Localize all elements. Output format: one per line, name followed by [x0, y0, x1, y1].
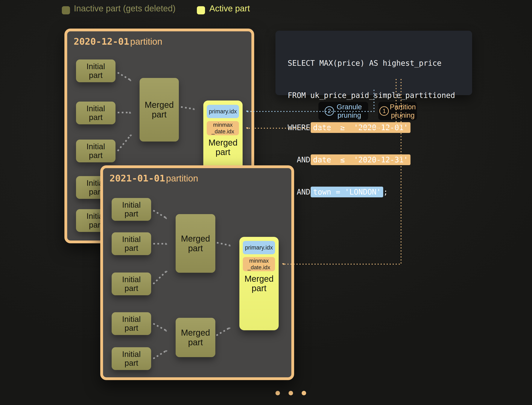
initial-part: Initial part — [112, 347, 151, 370]
callout-line: pruning — [337, 111, 361, 119]
sql-line-select: SELECT MAX(price) AS highest_price — [288, 58, 466, 68]
partition-word: partition — [130, 36, 162, 47]
initial-part: Initial part — [76, 60, 115, 82]
sql-code-block: SELECT MAX(price) AS highest_price FROM … — [276, 31, 472, 95]
partition-date: 2020-12-01 — [74, 36, 129, 47]
partition-date: 2021-01-01 — [109, 173, 165, 184]
callout-granule-label: Granulepruning — [337, 103, 362, 119]
carousel-dot[interactable] — [276, 391, 280, 395]
initial-part: Initial part — [76, 101, 115, 124]
primary-idx-chip: primary.idx — [243, 241, 275, 254]
sql-keyword-and: AND — [288, 188, 310, 196]
callout-partition-label: Partitionpruning — [390, 103, 416, 119]
minmax-date-idx-chip: minmax_date.idx — [243, 257, 275, 271]
merged-part: Merged part — [140, 78, 179, 142]
highlight-date-from: date ≥ '2020-12-01' — [311, 122, 411, 133]
partition-title: 2020-12-01 partition — [74, 36, 162, 47]
initial-part: Initial part — [112, 232, 151, 255]
callout-line: pruning — [391, 111, 415, 119]
partition-word: partition — [166, 173, 198, 183]
highlight-date-to: date ≤ '2020-12-31' — [311, 154, 411, 165]
legend-active-label: Active part — [209, 4, 250, 13]
callout-line: Granule — [337, 103, 362, 111]
sql-terminator: ; — [383, 188, 388, 196]
initial-part: Initial part — [112, 272, 151, 295]
primary-idx-chip: primary.idx — [207, 105, 239, 118]
merged-part: Merged part — [176, 318, 215, 357]
callout-granule-pruning: 2 Granulepruning — [318, 102, 368, 120]
callout-line: Partition — [390, 103, 416, 111]
active-part-swatch — [197, 6, 205, 14]
callout-partition-pruning: 1 Partitionpruning — [378, 102, 417, 120]
active-merged-part-label: Merged part — [239, 274, 279, 293]
initial-part: Initial part — [112, 198, 151, 221]
legend-inactive-label: Inactive part (gets deleted) — [74, 4, 176, 13]
slide-canvas: Inactive part (gets deleted) Active part… — [0, 0, 532, 405]
minmax-line1: minmax — [213, 122, 233, 128]
sql-line-and-1: ANDdate ≤ '2020-12-31' — [288, 154, 466, 165]
step-2-icon: 2 — [325, 106, 334, 116]
inactive-part-swatch — [62, 6, 70, 14]
initial-part: Initial part — [112, 312, 151, 335]
sql-keyword-where: WHERE — [288, 123, 310, 132]
sql-line-from: FROM uk_price_paid_simple_partitioned — [288, 90, 466, 101]
carousel-dot[interactable] — [302, 391, 306, 395]
minmax-line2: _date.idx — [248, 264, 270, 271]
sql-keyword-and: AND — [288, 155, 310, 164]
highlight-town: town = 'LONDON' — [311, 187, 383, 197]
minmax-line1: minmax — [249, 257, 269, 264]
carousel-dot[interactable] — [289, 391, 293, 395]
minmax-date-idx-chip: minmax_date.idx — [207, 121, 239, 135]
sql-line-and-2: ANDtown = 'LONDON'; — [288, 187, 466, 197]
sql-line-where: WHEREdate ≥ '2020-12-01' — [288, 122, 466, 133]
active-merged-part-label: Merged part — [203, 138, 242, 157]
minmax-line2: _date.idx — [211, 128, 234, 135]
partition-title: 2021-01-01 partition — [109, 173, 198, 184]
initial-part: Initial part — [76, 140, 115, 162]
step-1-icon: 1 — [379, 106, 389, 116]
merged-part: Merged part — [176, 214, 215, 273]
